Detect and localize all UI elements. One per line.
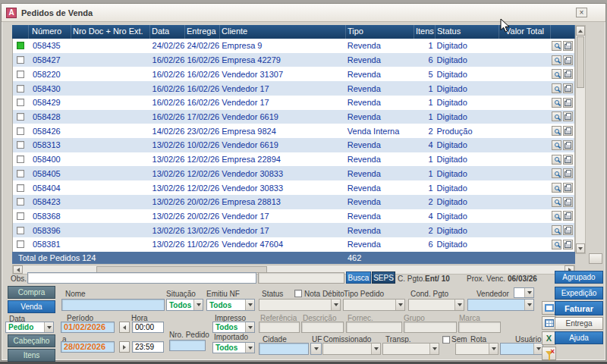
cidade-input[interactable] [259, 343, 309, 355]
data-inicio-input[interactable]: 01/02/2026 [61, 322, 115, 333]
grupo-input[interactable] [404, 322, 457, 333]
row-status-checkbox[interactable] [17, 184, 24, 192]
nome-input[interactable] [61, 299, 165, 311]
table-row[interactable]: 058423 13/02/26 20/02/26 Empresa 28813 R… [13, 195, 574, 209]
table-row[interactable]: 058313 13/02/26 10/02/26 Vendedor 6619 R… [13, 138, 574, 152]
scroll-down-button[interactable] [576, 243, 585, 253]
row-print-button[interactable] [563, 83, 573, 93]
row-status-checkbox[interactable] [17, 141, 24, 149]
row-print-button[interactable] [563, 69, 573, 79]
row-print-button[interactable] [563, 140, 573, 150]
row-print-button[interactable] [563, 98, 573, 108]
tipo-pedido-select[interactable] [343, 299, 405, 311]
row-status-checkbox[interactable] [17, 240, 24, 248]
faturar-button[interactable]: Faturar [555, 301, 603, 315]
next-period-button[interactable] [119, 341, 130, 353]
comissionado-select[interactable] [322, 343, 381, 355]
table-row[interactable]: 058404 13/02/26 12/02/26 Vendedor 30833 … [13, 180, 574, 195]
row-print-button[interactable] [563, 183, 573, 193]
row-view-button[interactable] [552, 55, 561, 65]
header-itens[interactable]: Itens [414, 25, 436, 39]
row-print-button[interactable] [563, 155, 573, 165]
row-print-button[interactable] [563, 168, 573, 178]
scroll-left-button[interactable] [13, 265, 23, 274]
obs-secondary-input[interactable] [258, 272, 344, 284]
header-tipo[interactable]: Tipo [346, 25, 414, 39]
transp-select[interactable] [382, 343, 439, 355]
row-status-checkbox[interactable] [17, 42, 24, 49]
row-print-button[interactable] [563, 41, 573, 51]
row-print-button[interactable] [563, 126, 573, 136]
vertical-scrollbar[interactable] [575, 25, 586, 254]
row-print-button[interactable] [563, 111, 573, 121]
compra-button[interactable]: Compra [8, 286, 55, 299]
importado-select[interactable]: Todos [212, 342, 255, 353]
row-view-button[interactable] [552, 126, 561, 136]
row-view-button[interactable] [552, 111, 561, 121]
table-row[interactable]: 058220 16/02/26 16/02/26 Vendedor 31307 … [13, 67, 574, 81]
descricao-input[interactable] [301, 322, 344, 333]
row-view-button[interactable] [552, 197, 561, 207]
row-status-checkbox[interactable] [17, 155, 24, 163]
row-status-checkbox[interactable] [17, 227, 24, 234]
scroll-up-button[interactable] [576, 26, 585, 36]
row-view-button[interactable] [552, 211, 561, 221]
ajuda-button[interactable]: Ajuda [555, 331, 603, 344]
marca-input[interactable] [458, 322, 501, 333]
row-status-checkbox[interactable] [17, 212, 24, 220]
row-view-button[interactable] [552, 98, 561, 108]
table-row[interactable]: 058400 13/02/26 12/02/26 Empresa 22894 R… [13, 152, 574, 167]
row-view-button[interactable] [552, 168, 561, 178]
row-status-checkbox[interactable] [17, 170, 24, 177]
row-view-button[interactable] [552, 69, 561, 79]
busca-button[interactable]: Busca [346, 271, 371, 284]
table-row[interactable]: 058381 13/02/26 11/02/26 Vendedor 47604 … [13, 237, 574, 252]
table-row[interactable]: 058430 16/02/26 16/02/26 Vendedor 17 Rev… [13, 81, 574, 96]
table-row[interactable]: 058428 16/02/26 17/02/26 Vendedor 6619 R… [13, 110, 574, 124]
vendedor-mini-select[interactable] [514, 287, 534, 298]
expedicao-button[interactable]: Expedição [555, 287, 603, 300]
row-print-button[interactable] [563, 225, 573, 235]
row-view-button[interactable] [552, 240, 561, 249]
row-view-button[interactable] [552, 140, 561, 150]
table-row[interactable]: 058427 16/02/26 16/02/26 Empresa 42279 R… [13, 53, 574, 67]
obs-input[interactable] [27, 272, 256, 284]
row-status-checkbox[interactable] [17, 127, 24, 135]
clear-filter-button[interactable]: × [542, 347, 556, 360]
header-cliente[interactable]: Cliente [220, 25, 346, 39]
itens-button[interactable]: Itens [8, 349, 55, 362]
header-nro-doc[interactable]: Nro Doc + Nro Ext. [71, 25, 150, 39]
row-print-button[interactable] [563, 211, 573, 221]
rota-select[interactable] [455, 343, 498, 355]
header-status[interactable]: Status [436, 25, 499, 39]
row-view-button[interactable] [552, 155, 561, 165]
impresso-select[interactable]: Todos [212, 322, 255, 333]
row-status-checkbox[interactable] [17, 71, 24, 78]
data-fim-input[interactable]: 28/02/2026 [61, 341, 115, 353]
row-status-checkbox[interactable] [17, 56, 24, 64]
header-data[interactable]: Data [150, 25, 185, 39]
hora-inicio-input[interactable]: 00:00 [132, 322, 164, 333]
uf-select[interactable] [310, 343, 322, 355]
agrupado-button[interactable]: Agrupado [555, 271, 603, 284]
entrega-button[interactable]: Entrega [555, 317, 603, 330]
header-entrega[interactable]: Entrega [185, 25, 220, 39]
row-print-button[interactable] [563, 197, 573, 207]
cabecalho-button[interactable]: Cabeçalho [8, 334, 55, 347]
close-icon[interactable]: × [576, 8, 587, 17]
fornec-input[interactable] [346, 322, 402, 333]
table-row[interactable]: 058435 24/02/26 24/02/26 Empresa 9 Reven… [13, 39, 574, 53]
header-numero[interactable]: Número [29, 25, 71, 39]
referencia-input[interactable] [259, 322, 300, 333]
vendedor-select[interactable] [467, 299, 534, 311]
row-view-button[interactable] [552, 41, 561, 51]
row-print-button[interactable] [563, 55, 573, 65]
row-status-checkbox[interactable] [17, 99, 24, 106]
emitiu-nf-select[interactable]: Todos [206, 299, 255, 311]
row-status-checkbox[interactable] [17, 198, 24, 206]
table-row[interactable]: 058405 13/02/26 12/02/26 Vendedor 30833 … [13, 166, 574, 180]
row-view-button[interactable] [552, 225, 561, 235]
row-status-checkbox[interactable] [17, 113, 24, 121]
previous-period-button[interactable] [119, 322, 130, 333]
usuario-select[interactable] [500, 343, 543, 355]
